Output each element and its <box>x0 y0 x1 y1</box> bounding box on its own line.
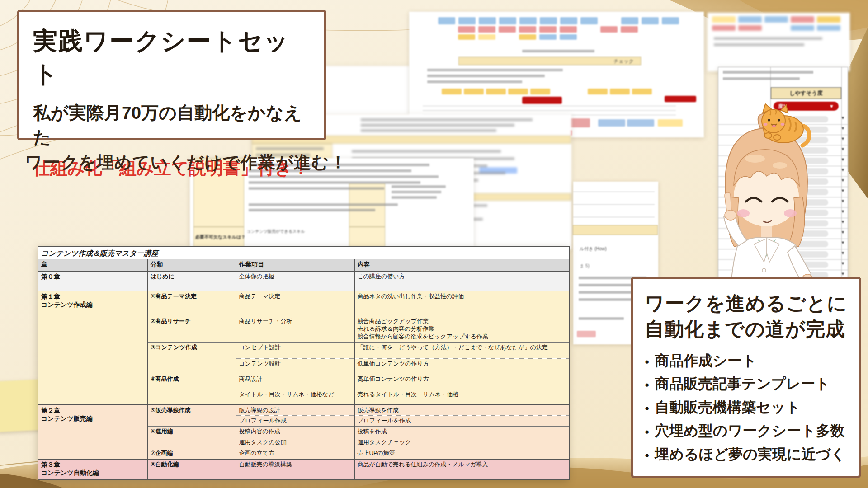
cell-chip <box>539 26 557 33</box>
cell-chip <box>712 25 736 31</box>
tagline: ワークを埋めていくだけで作業が進む！ <box>25 151 347 174</box>
benefits-title-line1: ワークを進めるごとに <box>645 291 851 316</box>
cell-chip <box>621 26 638 33</box>
note2: ま 5) <box>580 263 590 269</box>
skill-question: 必要不可欠なスキルは？ <box>195 234 245 240</box>
cell-chip <box>712 16 736 23</box>
work-item-cell: 運用タスクの公開 <box>236 437 354 448</box>
cell-chip <box>458 34 475 40</box>
cell-chip <box>738 16 762 23</box>
content-cell: プロフィールを作成 <box>354 416 569 427</box>
course-table-sheet: コンテンツ作成＆販売マスター講座章分類作業項目内容第０章はじめに全体像の把握この… <box>38 246 569 480</box>
category-cell: ③コンテンツ作成 <box>147 343 236 374</box>
chapter-cell: 第１章コンテンツ作成編 <box>38 291 147 405</box>
work-item-cell: 商品リサーチ・分析 <box>236 316 354 343</box>
ease-header: しやすそう度 <box>771 87 841 99</box>
work-item-cell: 投稿内容の作成 <box>236 427 354 437</box>
cell-chip <box>560 34 577 40</box>
table-row: 第２章コンテンツ販売編⑤販売導線作成販売導線の設計販売導線を作成 <box>38 405 569 416</box>
content-cell: 売れるタイトル・目次・サムネ・価格 <box>354 389 569 405</box>
file-note: ル付き (How) <box>580 246 607 252</box>
table-title: コンテンツ作成＆販売マスター講座 <box>38 247 569 259</box>
skill-answer: コンテンツ販売ができるスキル <box>247 229 305 235</box>
work-item-cell: 全体像の把握 <box>236 271 354 291</box>
benefit-item: 自動販売機構築セット <box>645 396 851 419</box>
cell-chip <box>791 25 814 31</box>
work-item-cell: 自動販売の導線構築 <box>236 459 354 480</box>
cell-chip <box>560 26 577 33</box>
work-item-cell: 商品テーマ決定 <box>236 291 354 316</box>
cell-chip <box>499 17 516 24</box>
table-header: 内容 <box>354 259 569 271</box>
cell-chip <box>464 89 484 94</box>
benefit-item: 穴埋め型のワークシート多数 <box>645 419 851 443</box>
cell-chip <box>519 17 537 24</box>
benefit-item: 埋めるほど夢の実現に近づく <box>645 443 851 466</box>
content-cell: 投稿を作成 <box>354 427 569 437</box>
cell-chip <box>600 26 618 33</box>
cell-chip <box>642 17 659 24</box>
work-item-cell: プロフィール作成 <box>236 416 354 427</box>
cell-chip <box>632 89 652 94</box>
content-cell: 商品ネタの洗い出し作業・収益性の評価 <box>354 291 569 316</box>
sticky-note <box>0 380 41 432</box>
cell-chip <box>658 119 683 127</box>
category-cell: ⑤販売導線作成 <box>147 405 236 427</box>
cell-chip <box>560 17 577 24</box>
benefits-box: ワークを進めるごとに 自動化までの道が完成 商品作成シート商品販売記事テンプレー… <box>631 277 861 478</box>
check-label: チェック <box>613 58 634 65</box>
category-cell: はじめに <box>147 271 236 291</box>
cell-chip <box>540 17 557 24</box>
category-cell: ②商品リサーチ <box>147 316 236 343</box>
content-cell: 「誰に・何を・どうやって（方法）・どこまで・なぜあなたが」の決定 <box>354 343 569 359</box>
cell-chip <box>791 16 814 23</box>
cell-chip <box>764 16 788 23</box>
cell-chip <box>530 89 550 94</box>
cell-chip <box>478 26 495 33</box>
cell-chip <box>580 17 598 24</box>
benefit-item: 商品作成シート <box>645 349 851 373</box>
cell-chip <box>458 26 475 33</box>
cell-chip <box>479 17 496 24</box>
cell-chip <box>478 34 495 40</box>
content-cell: 販売導線を作成 <box>354 405 569 416</box>
cell-chip <box>486 89 506 94</box>
cell-chip <box>621 17 638 24</box>
category-cell: ④商品作成 <box>147 374 236 405</box>
table-row: 第１章コンテンツ作成編①商品テーマ決定商品テーマ決定商品ネタの洗い出し作業・収益… <box>38 291 569 316</box>
work-item-cell: 商品設計 <box>236 374 354 389</box>
cell-chip <box>438 17 455 24</box>
chapter-cell: 第０章 <box>38 271 147 291</box>
chapter-cell: 第３章コンテンツ自動化編 <box>38 459 147 480</box>
content-cell: 低単価コンテンツの作り方 <box>354 359 569 374</box>
cell-chip <box>817 25 840 31</box>
mascot-character <box>710 102 823 292</box>
cell-chip <box>662 17 679 24</box>
course-table: コンテンツ作成＆販売マスター講座章分類作業項目内容第０章はじめに全体像の把握この… <box>38 246 570 480</box>
table-row: 第３章コンテンツ自動化編⑧自動化編自動販売の導線構築商品が自動で売れる仕組みの作… <box>38 459 569 480</box>
benefits-title-line2: 自動化までの道が完成 <box>645 316 851 342</box>
table-row: 第０章はじめに全体像の把握この講座の使い方 <box>38 271 569 291</box>
cell-chip <box>499 26 516 33</box>
category-cell: ⑧自動化編 <box>147 459 236 480</box>
cell-chip <box>598 119 625 127</box>
work-item-cell: コンセプト設計 <box>236 343 354 359</box>
category-cell: ⑥運用編 <box>147 427 236 448</box>
benefit-item: 商品販売記事テンプレート <box>645 372 851 396</box>
title-box: 実践ワークシートセット 私が実際月70万の自動化をかなえた 仕組み化「組み立て説… <box>17 10 326 140</box>
category-cell: ①商品テーマ決定 <box>147 291 236 316</box>
table-header: 作業項目 <box>236 259 354 271</box>
table-header: 分類 <box>147 259 236 271</box>
cell-chip <box>588 89 608 94</box>
content-cell: 運用タスクチェック <box>354 437 569 448</box>
category-cell: ⑦企画編 <box>147 448 236 459</box>
cell-chip <box>738 25 762 31</box>
work-item-cell: タイトル・目次・サムネ・価格など <box>236 389 354 405</box>
subtitle: 私が実際月70万の自動化をかなえた <box>33 101 311 150</box>
cell-chip <box>610 89 630 94</box>
content-cell: 高単価コンテンツの作り方 <box>354 374 569 389</box>
cell-chip <box>519 26 536 33</box>
cell-chip <box>539 34 557 40</box>
cell-chip <box>508 89 528 94</box>
table-header: 章 <box>38 259 147 271</box>
